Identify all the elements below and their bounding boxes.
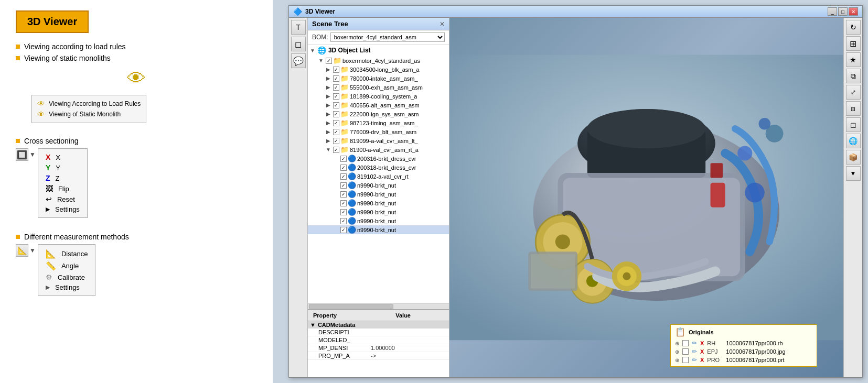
flip-item[interactable]: 🖼 Flip — [46, 183, 80, 194]
toolbar-btn-cube[interactable]: ◻ — [291, 37, 306, 51]
check-1[interactable]: ✓ — [333, 67, 339, 73]
tree-node-5[interactable]: ▶ ✓ 📁 400656-alt_asm_asm_asm — [308, 101, 449, 110]
expand-icon-10[interactable]: ▼ — [325, 147, 332, 152]
axis-x-item[interactable]: X X — [46, 152, 80, 162]
toolbar-btn-1[interactable]: T — [291, 20, 306, 35]
check-18[interactable]: ✓ — [340, 218, 347, 224]
axis-z-item[interactable]: Z Z — [46, 173, 80, 183]
calibrate-item[interactable]: ⚙ Calibrate — [46, 272, 88, 282]
check-9[interactable]: ✓ — [333, 138, 339, 144]
expand-icon-5[interactable]: ▶ — [325, 102, 332, 108]
originals-row-2[interactable]: ⊕ ✏ X PRO 1000067817ppr000.prt — [675, 356, 812, 364]
originals-row-0[interactable]: ⊕ ✏ X RH 1000067817ppr000.rh — [675, 339, 812, 347]
hscroll-thumb[interactable] — [309, 304, 393, 309]
expand-icon-6[interactable]: ▶ — [325, 111, 332, 117]
expand-icon-0[interactable]: ▼ — [317, 58, 325, 63]
measurement-btn[interactable]: 📐 — [16, 244, 28, 257]
scene-tree-close-btn[interactable]: ✕ — [440, 20, 445, 28]
view-menu-item-1[interactable]: 👁 Viewing According to Load Rules — [37, 99, 141, 109]
tree-node-0[interactable]: ▼ ✓ 📁 boxermotor_4cyl_standard_as — [308, 56, 449, 65]
right-btn-cube2[interactable]: ◻ — [846, 117, 861, 132]
check-11[interactable]: ✓ — [340, 156, 347, 162]
tree-node-1[interactable]: ▶ ✓ 📁 30034500-long_blk_asm_a — [308, 65, 449, 74]
orig-check-2[interactable] — [682, 357, 689, 363]
expand-icon-4[interactable]: ▶ — [325, 93, 332, 99]
expand-icon-3[interactable]: ▶ — [325, 84, 332, 90]
right-btn-down[interactable]: ▼ — [846, 166, 861, 181]
tree-node-2[interactable]: ▶ ✓ 📁 780000-intake_asm_asm_ — [308, 74, 449, 83]
orig-edit-0[interactable]: ✏ — [692, 340, 697, 347]
expand-icon-2[interactable]: ▶ — [325, 75, 332, 81]
tree-node-16[interactable]: ✓ 🔵 n9990-brkt_nut — [308, 199, 449, 207]
orig-expand-2[interactable]: ⊕ — [675, 357, 679, 363]
check-6[interactable]: ✓ — [333, 111, 339, 117]
prop-section-expand[interactable]: ▼ — [310, 322, 316, 328]
axis-y-item[interactable]: Y Y — [46, 162, 80, 173]
check-3[interactable]: ✓ — [333, 84, 339, 91]
tree-node-12[interactable]: ✓ 🔵 200318-brkt_dress_cvr — [308, 163, 449, 172]
right-btn-box[interactable]: 📦 — [846, 150, 861, 165]
tree-node-10[interactable]: ▼ ✓ 📁 81900-a-val_cvr_asm_rt_a — [308, 145, 449, 154]
check-17[interactable]: ✓ — [340, 209, 347, 215]
tree-node-14[interactable]: ✓ 🔵 n9990-brkt_nut — [308, 181, 449, 190]
expand-icon-7[interactable]: ▶ — [325, 120, 332, 126]
right-btn-filter[interactable]: ⧈ — [846, 101, 861, 116]
orig-check-0[interactable] — [682, 340, 689, 346]
right-btn-star[interactable]: ★ — [846, 52, 861, 67]
tree-node-18[interactable]: ✓ 🔵 n9990-brkt_nut — [308, 216, 449, 225]
distance-item[interactable]: 📐 Distance — [46, 248, 88, 260]
orig-edit-2[interactable]: ✏ — [692, 356, 697, 364]
check-19[interactable]: ✓ — [340, 227, 347, 233]
tree-node-13[interactable]: ✓ 🔵 819102-a-val_cvr_rt — [308, 172, 449, 181]
toolbar-btn-chat[interactable]: 💬 — [291, 53, 306, 68]
right-btn-plus[interactable]: ⊞ — [846, 36, 861, 51]
tree-node-19[interactable]: ✓ 🔵 n9990-brkt_nut — [308, 225, 449, 234]
tree-hscroll[interactable] — [308, 303, 449, 309]
minimize-button[interactable]: _ — [828, 7, 837, 16]
settings-item-2[interactable]: ▶ Settings — [46, 282, 88, 292]
viewport[interactable]: 📋 Originals ⊕ ✏ X RH 1000067817ppr000.rh… — [449, 18, 843, 377]
check-8[interactable]: ✓ — [333, 129, 339, 135]
tree-node-15[interactable]: ✓ 🔵 n9990-brkt_nut — [308, 190, 449, 199]
tree-node-8[interactable]: ▶ ✓ 📁 776009-drv_blt_asm_asm — [308, 127, 449, 136]
orig-expand-1[interactable]: ⊕ — [675, 349, 679, 355]
tree-node-9[interactable]: ▶ ✓ 📁 819099-a-val_cvr_asm_lt_ — [308, 136, 449, 145]
orig-edit-1[interactable]: ✏ — [692, 348, 697, 355]
dropdown-arrow-1[interactable]: ▼ — [29, 151, 36, 158]
tree-node-17[interactable]: ✓ 🔵 n9990-brkt_nut — [308, 207, 449, 216]
check-15[interactable]: ✓ — [340, 191, 347, 198]
right-btn-expand[interactable]: ⤢ — [846, 85, 861, 100]
check-2[interactable]: ✓ — [333, 75, 339, 82]
settings-item-1[interactable]: ▶ Settings — [46, 204, 80, 214]
angle-item[interactable]: 📏 Angle — [46, 260, 88, 272]
tree-area[interactable]: ▼ 🌐 3D Object List ▼ ✓ 📁 boxermotor_4cyl… — [308, 45, 449, 303]
view-menu-item-2[interactable]: 👁 Viewing of Static Monolith — [37, 109, 141, 119]
dropdown-arrow-2[interactable]: ▼ — [29, 247, 36, 254]
tree-node-7[interactable]: ▶ ✓ 📁 987123-timing_asm_asm_ — [308, 118, 449, 127]
tree-node-4[interactable]: ▶ ✓ 📁 181899-cooling_system_a — [308, 92, 449, 101]
expand-icon-9[interactable]: ▶ — [325, 138, 332, 144]
cross-section-btn[interactable]: 🔲 — [16, 148, 28, 161]
check-4[interactable]: ✓ — [333, 93, 339, 100]
right-btn-layers[interactable]: ⧉ — [846, 69, 861, 83]
root-expand[interactable]: ▼ — [310, 48, 315, 53]
right-btn-refresh[interactable]: ↻ — [846, 20, 861, 35]
reset-item[interactable]: ↩ Reset — [46, 194, 80, 204]
right-btn-globe[interactable]: 🌐 — [846, 134, 861, 148]
expand-icon-8[interactable]: ▶ — [325, 129, 332, 135]
check-16[interactable]: ✓ — [340, 200, 347, 206]
tree-node-6[interactable]: ▶ ✓ 📁 222000-ign_sys_asm_asm — [308, 110, 449, 118]
check-5[interactable]: ✓ — [333, 102, 339, 108]
close-button[interactable]: ✕ — [849, 7, 858, 16]
tree-node-11[interactable]: ✓ 🔵 200316-brkt_dress_cvr — [308, 154, 449, 163]
check-7[interactable]: ✓ — [333, 120, 339, 126]
bom-select[interactable]: boxermotor_4cyl_standard_asm — [330, 32, 445, 42]
check-13[interactable]: ✓ — [340, 173, 347, 180]
check-14[interactable]: ✓ — [340, 182, 347, 189]
check-0[interactable]: ✓ — [326, 58, 332, 64]
orig-expand-0[interactable]: ⊕ — [675, 341, 679, 346]
orig-check-1[interactable] — [682, 348, 689, 355]
tree-node-3[interactable]: ▶ ✓ 📁 555000-exh_asm_asm_asm — [308, 83, 449, 92]
check-12[interactable]: ✓ — [340, 165, 347, 171]
expand-icon-1[interactable]: ▶ — [325, 67, 332, 72]
